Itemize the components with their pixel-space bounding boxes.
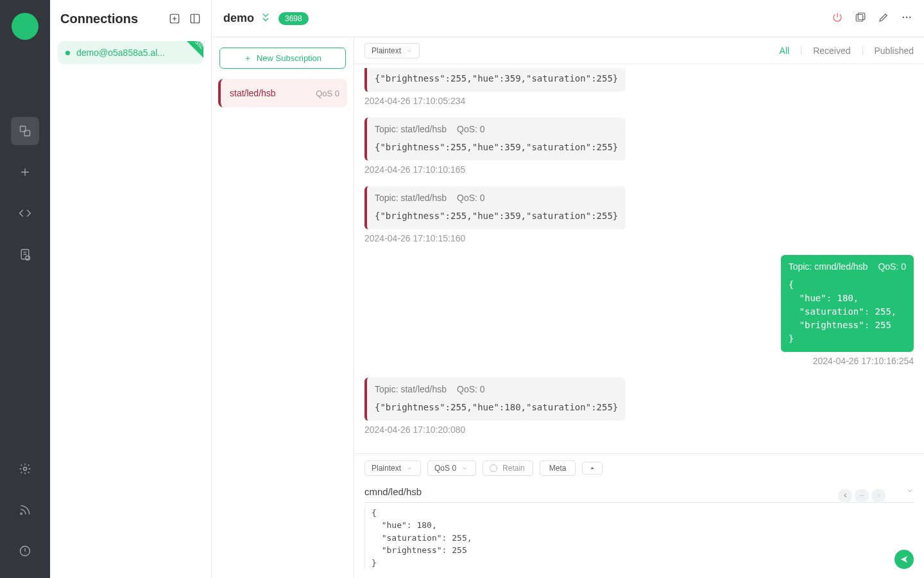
svg-point-12 [906, 17, 907, 18]
nav-rail [0, 0, 50, 578]
messages-toolbar: Plaintext All Received Published [354, 37, 924, 64]
message-sent: Topic: cmnd/led/hsbQoS: 0 { "hue": 180, … [781, 255, 914, 352]
connection-label: demo@o5a858a5.al... [76, 48, 165, 58]
app-logo [12, 13, 38, 40]
message-timestamp: 2024-04-26 17:10:15:160 [364, 233, 465, 243]
new-subscription-button[interactable]: New Subscription [219, 48, 346, 69]
svg-point-5 [21, 513, 22, 515]
svg-point-13 [909, 17, 911, 18]
panel-title: Connections [60, 12, 138, 26]
svg-point-11 [903, 17, 904, 18]
rail-help-icon[interactable] [11, 537, 39, 565]
connection-header: demo 3698 [212, 0, 924, 37]
history-dash-icon[interactable] [855, 489, 869, 503]
rail-feed-icon[interactable] [11, 496, 39, 524]
message-count-badge: 3698 [278, 12, 309, 25]
message-timestamp: 2024-04-26 17:10:10:165 [364, 164, 465, 175]
rail-log-icon[interactable] [11, 240, 39, 268]
format-dropdown[interactable]: Plaintext [364, 43, 420, 58]
collapse-button[interactable] [582, 462, 603, 475]
radio-icon [490, 464, 497, 472]
svg-rect-10 [858, 13, 865, 20]
tab-received[interactable]: Received [813, 46, 850, 56]
publish-panel: Plaintext QoS 0 Retain Meta { "hue": 180… [354, 453, 924, 579]
rail-add-icon[interactable] [11, 158, 39, 186]
history-next-icon[interactable] [871, 489, 886, 503]
message-received: {"brightness":255,"hue":359,"saturation"… [364, 68, 626, 92]
toggle-panel-icon[interactable] [189, 13, 201, 24]
send-button[interactable] [894, 550, 914, 569]
tab-all[interactable]: All [780, 46, 790, 56]
power-icon[interactable] [832, 12, 843, 25]
history-prev-icon[interactable] [838, 489, 852, 503]
retain-toggle[interactable]: Retain [483, 460, 533, 476]
message-received: Topic: stat/led/hsbQoS: 0 {"brightness":… [364, 118, 626, 161]
publish-payload-editor[interactable]: { "hue": 180, "saturation": 255, "bright… [364, 507, 914, 570]
message-received: Topic: stat/led/hsbQoS: 0 {"brightness":… [364, 186, 626, 229]
status-dot-icon [65, 51, 70, 55]
tab-published[interactable]: Published [875, 46, 914, 56]
connection-title: demo [223, 12, 254, 25]
message-timestamp: 2024-04-26 17:10:16:254 [813, 356, 914, 366]
subscription-topic: stat/led/hsb [230, 88, 276, 98]
meta-button[interactable]: Meta [540, 460, 576, 476]
subscription-qos: QoS 0 [316, 89, 339, 98]
edit-icon[interactable] [878, 12, 889, 25]
publish-format-dropdown[interactable]: Plaintext [364, 460, 421, 476]
svg-rect-9 [856, 15, 863, 22]
rail-code-icon[interactable] [11, 199, 39, 227]
connection-item[interactable]: demo@o5a858a5.al... SSL [58, 41, 203, 64]
rail-connections-icon[interactable] [11, 117, 39, 145]
rail-settings-icon[interactable] [11, 455, 39, 483]
window-icon[interactable] [855, 12, 866, 25]
publish-qos-dropdown[interactable]: QoS 0 [427, 460, 476, 476]
add-connection-icon[interactable] [169, 13, 180, 24]
publish-topic-input[interactable] [364, 482, 914, 503]
message-list[interactable]: {"brightness":255,"hue":359,"saturation"… [354, 64, 924, 453]
message-received: Topic: stat/led/hsbQoS: 0 {"brightness":… [364, 378, 626, 421]
connections-panel: Connections demo@o5a858a5.al... SSL [50, 0, 212, 578]
payload-history-nav [838, 489, 886, 503]
messages-area: Plaintext All Received Published {"brigh… [354, 37, 924, 578]
more-icon[interactable] [901, 12, 912, 25]
new-subscription-label: New Subscription [257, 53, 321, 63]
svg-point-4 [24, 468, 27, 471]
subscriptions-panel: New Subscription stat/led/hsb QoS 0 [212, 0, 354, 578]
svg-rect-8 [191, 14, 200, 23]
subscription-item[interactable]: stat/led/hsb QoS 0 [218, 79, 347, 107]
message-timestamp: 2024-04-26 17:10:05:234 [364, 96, 465, 106]
message-timestamp: 2024-04-26 17:10:20:080 [364, 425, 465, 435]
expand-chevron-icon[interactable] [261, 12, 271, 24]
topic-chevron-icon[interactable] [906, 486, 914, 496]
